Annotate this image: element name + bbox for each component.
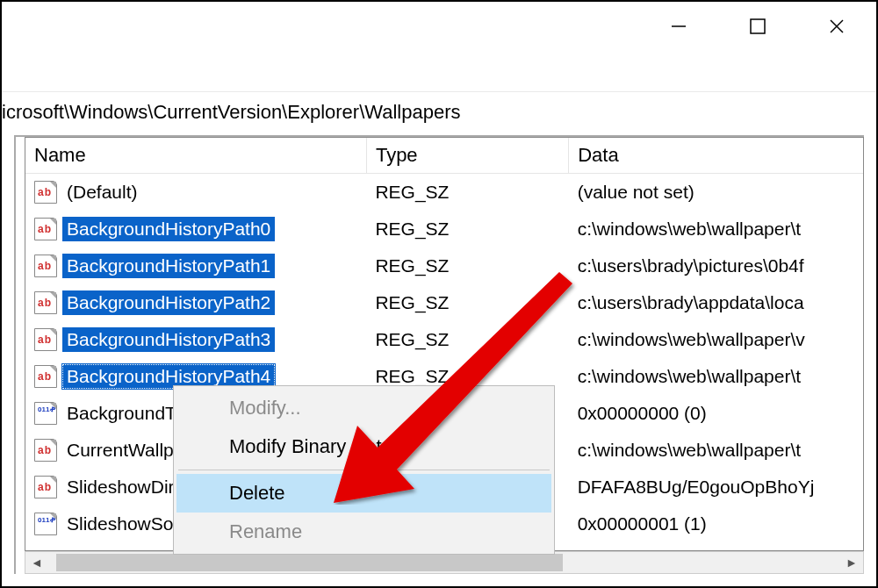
- value-name: SlideshowDir: [62, 475, 179, 499]
- minimize-button[interactable]: [639, 2, 718, 50]
- binary-value-icon: [34, 402, 57, 425]
- value-data: c:\windows\web\wallpaper\t: [569, 358, 864, 395]
- value-data: DFAFA8BUg/E0gouOpBhoYj: [569, 469, 864, 506]
- string-value-icon: [34, 476, 57, 498]
- value-data: c:\users\brady\pictures\0b4f: [569, 247, 864, 284]
- menu-item-modify[interactable]: Modify...: [176, 389, 551, 427]
- value-data: c:\users\brady\appdata\loca: [569, 284, 864, 321]
- string-value-icon: [34, 291, 57, 314]
- string-value-icon: [34, 255, 57, 277]
- column-type[interactable]: Type: [366, 138, 568, 174]
- value-data: 0x00000001 (1): [569, 506, 864, 542]
- value-name: BackgroundHistoryPath0: [62, 217, 275, 241]
- table-row[interactable]: BackgroundHistoryPath2REG_SZc:\users\bra…: [25, 284, 864, 321]
- value-name: BackgroundHistoryPath3: [62, 327, 275, 352]
- value-type: REG_SZ: [366, 321, 568, 358]
- close-button[interactable]: [797, 2, 876, 50]
- value-type: REG_SZ: [366, 211, 568, 247]
- string-value-icon: [34, 365, 57, 388]
- value-data: (value not set): [569, 174, 864, 212]
- string-value-icon: [34, 328, 57, 351]
- value-name: BackgroundHistoryPath1: [62, 254, 275, 278]
- menu-separator: [178, 470, 550, 470]
- close-icon: [828, 18, 846, 35]
- table-row[interactable]: BackgroundHistoryPath1REG_SZc:\users\bra…: [25, 247, 864, 284]
- value-type: REG_SZ: [366, 284, 568, 321]
- column-data[interactable]: Data: [569, 138, 864, 174]
- menu-item-delete[interactable]: Delete: [176, 474, 551, 513]
- value-data: c:\windows\web\wallpaper\v: [569, 321, 864, 358]
- column-headers[interactable]: Name Type Data: [25, 138, 864, 174]
- table-row[interactable]: BackgroundHistoryPath3REG_SZc:\windows\w…: [25, 321, 864, 358]
- value-name: CurrentWallp: [62, 438, 178, 463]
- table-row[interactable]: BackgroundHistoryPath0REG_SZc:\windows\w…: [25, 211, 864, 247]
- scroll-right-button[interactable]: ►: [840, 552, 863, 573]
- svg-rect-1: [751, 19, 765, 33]
- minimize-icon: [670, 18, 687, 35]
- value-name: SlideshowSo: [62, 512, 177, 536]
- value-type: REG_SZ: [366, 247, 568, 284]
- scroll-thumb[interactable]: [56, 554, 563, 571]
- value-name: (Default): [62, 180, 142, 204]
- context-menu: Modify... Modify Binary Data... Delete R…: [173, 385, 555, 555]
- binary-value-icon: [34, 513, 57, 535]
- maximize-icon: [749, 18, 766, 35]
- value-data: 0x00000000 (0): [569, 395, 864, 432]
- value-data: c:\windows\web\wallpaper\t: [569, 432, 864, 469]
- string-value-icon: [34, 439, 57, 462]
- menu-item-modify-binary[interactable]: Modify Binary Data...: [176, 427, 551, 466]
- scroll-track[interactable]: [48, 552, 840, 573]
- table-row[interactable]: (Default)REG_SZ(value not set): [25, 174, 864, 212]
- scroll-left-button[interactable]: ◄: [25, 552, 48, 573]
- string-value-icon: [34, 181, 57, 204]
- value-name: BackgroundHistoryPath2: [62, 290, 275, 315]
- address-bar[interactable]: icrosoft\Windows\CurrentVersion\Explorer…: [2, 91, 876, 133]
- column-name[interactable]: Name: [25, 138, 366, 174]
- menu-item-rename[interactable]: Rename: [176, 513, 551, 551]
- value-name: BackgroundT: [62, 401, 181, 426]
- menu-strip: [2, 54, 876, 91]
- value-data: c:\windows\web\wallpaper\t: [569, 211, 864, 247]
- maximize-button[interactable]: [718, 2, 797, 50]
- string-value-icon: [34, 218, 57, 240]
- window-titlebar: [2, 2, 876, 54]
- value-type: REG_SZ: [366, 174, 568, 212]
